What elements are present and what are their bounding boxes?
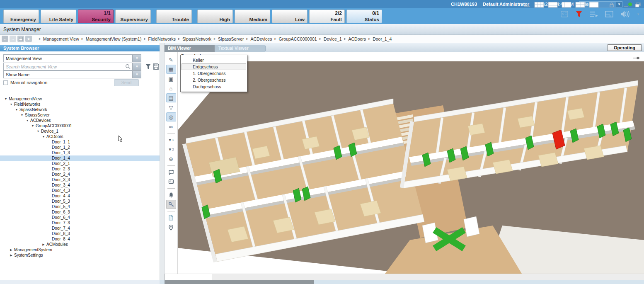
splitter-pin-icon[interactable] [633, 56, 640, 60]
tree-expander-icon[interactable]: ▼ [41, 135, 46, 138]
tree-expander-icon[interactable]: ▼ [36, 130, 41, 133]
tree-item[interactable]: ▼ Device_1 [0, 129, 160, 134]
breadcrumb-item[interactable]: SipassServer [218, 36, 244, 41]
tree-item[interactable]: ▶ ACModules [0, 242, 160, 247]
alarm-category-button[interactable]: Emergency [3, 10, 39, 23]
layout-bottom-icon[interactable] [548, 2, 558, 8]
tree-item[interactable]: Door_8_4 [0, 236, 160, 242]
layout-quad-icon[interactable] [575, 2, 585, 8]
breadcrumb-item[interactable]: FieldNetworks [148, 36, 176, 41]
tree-item[interactable]: Door_2_3 [0, 166, 160, 172]
document-list-icon[interactable]: ▤ [166, 93, 176, 102]
breadcrumb-item[interactable]: GroupACC0000001 [278, 36, 317, 41]
panel-splitter[interactable] [160, 43, 165, 280]
tree-item[interactable]: Door_7_3 [0, 220, 160, 226]
tree-item[interactable]: Door_7_4 [0, 226, 160, 231]
tree-item[interactable]: Door_6_3 [0, 209, 160, 215]
window-layout-icon[interactable] [605, 11, 613, 17]
comment-icon[interactable] [166, 167, 176, 177]
view-selector-dropdown[interactable]: Management View [3, 54, 133, 62]
search-input[interactable]: Search Management View [3, 63, 133, 70]
layout-single-icon[interactable] [589, 2, 599, 8]
badge-card-icon[interactable] [166, 177, 176, 186]
restore-button[interactable] [635, 2, 641, 7]
tree-item[interactable]: Door_1_3 [0, 150, 160, 155]
tree-item[interactable]: Door_5_4 [0, 204, 160, 209]
collapse-panel-icon[interactable] [524, 2, 530, 7]
badge-reader-icon[interactable] [560, 10, 569, 18]
tree-item[interactable]: Door_1_1 [0, 139, 160, 145]
layout-grid-icon[interactable] [534, 2, 544, 8]
filter-2-icon[interactable]: ▼2 [166, 145, 176, 154]
tree-item[interactable]: ▼ ACDoors [0, 134, 160, 139]
tree-expander-icon[interactable]: ▶ [9, 254, 14, 257]
alarm-category-button[interactable]: Low [272, 10, 307, 23]
tree-item[interactable]: ▼ FieldNetworks [0, 102, 160, 107]
tree-item[interactable]: Door_1_2 [0, 145, 160, 150]
tree-item[interactable]: Door_4_3 [0, 188, 160, 193]
tree-expander-icon[interactable]: ▼ [30, 124, 35, 127]
chevron-down-icon[interactable]: ▼ [133, 70, 141, 78]
tree-expander-icon[interactable]: ▼ [14, 108, 19, 111]
tree-item[interactable]: ▼ SipassServer [0, 112, 160, 118]
alarm-category-button[interactable]: Life Safety [41, 10, 76, 23]
tree-item[interactable]: Door_1_4 [0, 155, 160, 161]
viewer-tab[interactable]: Textual Viewer [215, 45, 265, 52]
operating-mode-button[interactable]: Operating [608, 44, 642, 51]
tree-item[interactable]: ▶ ManagementSystem [0, 247, 160, 252]
back-button[interactable]: ← [2, 36, 8, 42]
tree-item[interactable]: ▼ ManagementView [0, 96, 160, 102]
display-mode-dropdown[interactable]: Show Name [3, 70, 133, 78]
breadcrumb-item[interactable]: Door_1_4 [373, 36, 392, 41]
save-icon[interactable] [153, 63, 159, 70]
tree-item[interactable]: ▶ SystemSettings [0, 252, 160, 258]
system-browser-header[interactable]: System Browser [0, 45, 160, 51]
chevron-down-icon[interactable]: ▼ [133, 54, 141, 62]
breadcrumb-item[interactable]: Management View [43, 36, 79, 41]
tree-expander-icon[interactable]: ▶ [9, 248, 14, 252]
floor-grid-icon[interactable]: ▦ [166, 65, 176, 74]
event-list-icon[interactable] [589, 11, 598, 17]
fan-icon[interactable]: ⊛ [166, 154, 176, 163]
bell-icon[interactable] [166, 190, 176, 199]
breadcrumb-item[interactable]: Device_1 [324, 36, 342, 41]
alarm-category-button[interactable]: 1/1 Security [78, 10, 114, 23]
tree-expander-icon[interactable]: ▼ [9, 103, 14, 106]
tree-item[interactable]: Door_5_3 [0, 199, 160, 204]
view-cone-icon[interactable]: ▽ [166, 103, 176, 112]
floor-menu-item[interactable]: 1. Obergeschoss [182, 70, 246, 77]
tree-expander-icon[interactable]: ▶ [41, 243, 46, 246]
tree-item[interactable]: ▼ GroupACC0000001 [0, 123, 160, 129]
breadcrumb-item[interactable]: ACDoors [349, 36, 366, 41]
history-icon[interactable] [17, 36, 24, 42]
tree-item[interactable]: Door_6_4 [0, 215, 160, 220]
chevron-down-icon[interactable]: ▼ [637, 12, 640, 16]
tree-item[interactable]: Door_2_1 [0, 161, 160, 166]
tree-item[interactable]: Door_8_3 [0, 231, 160, 236]
location-pin-icon[interactable] [166, 223, 176, 232]
key-icon[interactable] [166, 200, 176, 209]
alarm-category-button[interactable]: High [197, 10, 233, 23]
alarm-category-button[interactable]: Trouble [156, 10, 192, 23]
breadcrumb-item[interactable]: SipassNetwork [182, 36, 211, 41]
layout-left-icon[interactable] [562, 2, 571, 8]
target-icon[interactable]: ◎ [166, 112, 176, 121]
floor-menu-item[interactable]: 2. Obergeschoss [182, 77, 246, 83]
minimize-button[interactable] [624, 3, 629, 7]
breadcrumb-item[interactable]: ManagementView (System1) [86, 36, 142, 41]
manual-navigation-checkbox[interactable] [3, 80, 8, 85]
filter-icon[interactable] [145, 63, 151, 70]
breadcrumb-item[interactable]: ACDevices [251, 36, 272, 41]
pdf-report-icon[interactable] [166, 213, 176, 222]
floor-menu-item[interactable]: Dachgeschoss [182, 83, 246, 90]
tree-expander-icon[interactable]: ▼ [3, 97, 8, 100]
alarm-category-button[interactable]: Medium [235, 10, 270, 23]
filter-1-icon[interactable]: ▼1 [166, 135, 176, 144]
send-button[interactable]: Send [114, 79, 139, 86]
alarm-category-button[interactable]: 2/2 Fault [309, 10, 345, 23]
tree-item[interactable]: ▼ ACDevices [0, 118, 160, 123]
tree-item[interactable]: Door_2_4 [0, 172, 160, 177]
home-icon[interactable]: ⌂ [166, 84, 176, 93]
forward-button[interactable]: → [10, 36, 16, 42]
floor-menu-item[interactable]: Erdgeschoss [182, 63, 246, 70]
